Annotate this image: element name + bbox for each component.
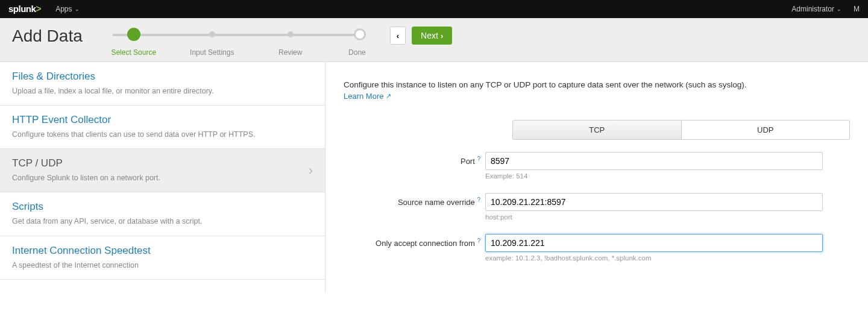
logo-text: splunk — [8, 4, 36, 14]
chevron-right-icon: › — [441, 31, 443, 40]
port-label: Port ? — [344, 152, 485, 166]
accept-from-input[interactable] — [485, 234, 823, 252]
source-name-label-text: Source name override — [398, 198, 475, 207]
source-name-field-wrap: host:port — [485, 193, 823, 221]
accept-from-label: Only accept connection from ? — [344, 234, 485, 248]
step-line — [113, 34, 360, 36]
page-title: Add Data — [12, 25, 83, 46]
source-name-input[interactable] — [485, 193, 823, 211]
back-button[interactable]: ‹ — [390, 27, 406, 45]
main-content: Files & Directories Upload a file, index… — [0, 62, 868, 293]
admin-menu[interactable]: Administrator ⌄ — [791, 5, 841, 13]
toggle-udp[interactable]: UDP — [682, 120, 851, 140]
source-scripts[interactable]: Scripts Get data from any API, service, … — [0, 192, 325, 236]
step-label: Review — [278, 48, 302, 57]
next-button[interactable]: Next › — [412, 27, 452, 45]
chevron-down-icon: ⌄ — [75, 6, 80, 12]
apps-menu[interactable]: Apps ⌄ — [55, 5, 79, 13]
row-accept-from: Only accept connection from ? example: 1… — [344, 234, 850, 262]
chevron-down-icon: ⌄ — [837, 6, 841, 12]
header-bar: Add Data Select Source Input Settings Re… — [0, 18, 868, 62]
source-http-event-collector[interactable]: HTTP Event Collector Configure tokens th… — [0, 106, 325, 149]
learn-more-link[interactable]: Learn More ↗ — [344, 92, 391, 101]
source-desc: Upload a file, index a local file, or mo… — [12, 86, 313, 96]
chevron-left-icon: ‹ — [397, 31, 399, 40]
accept-from-field-wrap: example: 10.1.2.3, !badhost.splunk.com, … — [485, 234, 823, 262]
source-title: HTTP Event Collector — [12, 114, 313, 126]
source-title: Scripts — [12, 201, 313, 213]
step-label: Select Source — [111, 48, 156, 57]
intro-text: Configure this instance to listen on any… — [344, 80, 850, 89]
source-tcp-udp[interactable]: TCP / UDP Configure Splunk to listen on … — [0, 149, 325, 192]
splunk-logo[interactable]: splunk> — [8, 4, 41, 14]
source-name-label: Source name override ? — [344, 193, 485, 207]
help-icon[interactable]: ? — [477, 197, 480, 203]
topnav-m[interactable]: M — [854, 5, 860, 13]
top-navbar: splunk> Apps ⌄ Administrator ⌄ M — [0, 0, 868, 18]
source-type-list: Files & Directories Upload a file, index… — [0, 62, 326, 293]
step-progress: Select Source Input Settings Review Done — [95, 25, 366, 57]
row-port: Port ? Example: 514 — [344, 152, 850, 180]
admin-label: Administrator — [791, 5, 834, 13]
step-label: Done — [348, 48, 366, 57]
toggle-tcp[interactable]: TCP — [512, 120, 682, 140]
source-desc: Get data from any API, service, or datab… — [12, 216, 313, 227]
topnav-right: Administrator ⌄ M — [791, 5, 860, 13]
source-desc: Configure Splunk to listen on a network … — [12, 172, 313, 183]
port-field-wrap: Example: 514 — [485, 152, 823, 180]
step-dot-icon — [288, 31, 294, 37]
chevron-right-icon: › — [309, 163, 313, 178]
source-speedtest[interactable]: Internet Connection Speedtest A speedtes… — [0, 236, 325, 280]
config-panel: Configure this instance to listen on any… — [326, 62, 868, 293]
help-icon[interactable]: ? — [477, 156, 480, 162]
help-icon[interactable]: ? — [477, 238, 480, 244]
source-title: TCP / UDP — [12, 157, 313, 169]
accept-from-hint: example: 10.1.2.3, !badhost.splunk.com, … — [485, 254, 823, 262]
source-name-hint: host:port — [485, 213, 823, 221]
port-hint: Example: 514 — [485, 172, 823, 180]
source-desc: A speedtest of the Internet connection — [12, 260, 313, 271]
step-dot-icon — [127, 28, 140, 41]
next-label: Next — [421, 31, 438, 40]
source-desc: Configure tokens that clients can use to… — [12, 129, 313, 140]
step-dot-icon — [209, 31, 215, 37]
port-label-text: Port — [461, 157, 475, 166]
source-title: Files & Directories — [12, 71, 313, 83]
source-files-directories[interactable]: Files & Directories Upload a file, index… — [0, 62, 325, 106]
accept-from-label-text: Only accept connection from — [376, 239, 475, 248]
header-buttons: ‹ Next › — [378, 25, 452, 45]
topnav-left: splunk> Apps ⌄ — [8, 4, 80, 14]
step-dot-icon — [354, 28, 366, 40]
port-input[interactable] — [485, 152, 823, 170]
logo-caret-icon: > — [36, 4, 41, 14]
row-source-name: Source name override ? host:port — [344, 193, 850, 221]
external-link-icon: ↗ — [386, 92, 391, 100]
source-title: Internet Connection Speedtest — [12, 245, 313, 257]
protocol-toggle: TCP UDP — [512, 120, 850, 140]
apps-label: Apps — [55, 5, 72, 13]
learn-label: Learn More — [344, 92, 383, 101]
step-label: Input Settings — [190, 48, 234, 57]
